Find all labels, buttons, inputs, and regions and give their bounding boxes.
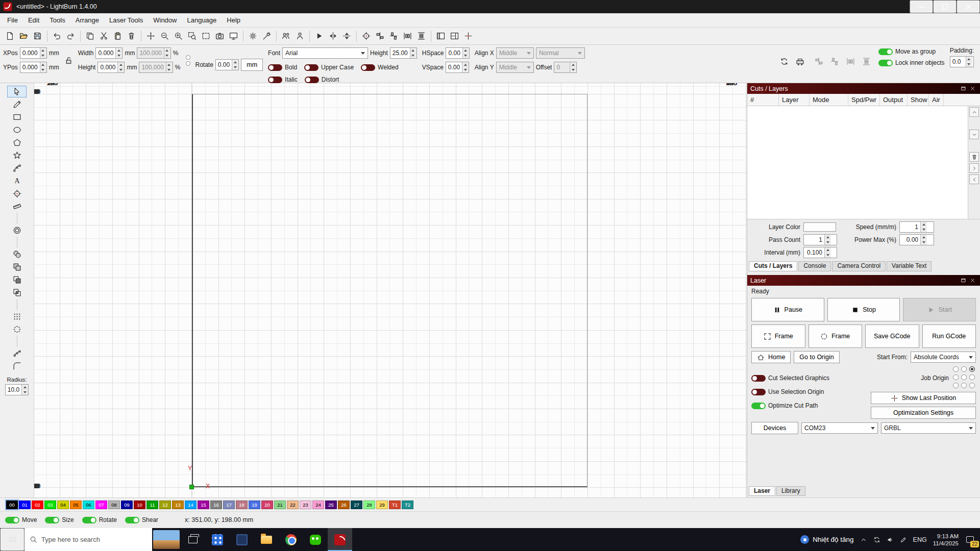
- multi-user-button[interactable]: [279, 29, 293, 43]
- palette-color-10[interactable]: 10: [134, 500, 145, 509]
- job-origin-radio-5[interactable]: [969, 374, 975, 380]
- firmware-combo[interactable]: GRBL: [881, 422, 976, 434]
- tab-library[interactable]: Library: [776, 486, 805, 496]
- copy-button[interactable]: [83, 29, 97, 43]
- job-origin-radio-0[interactable]: [953, 366, 959, 372]
- interval-input[interactable]: 0.100: [803, 247, 837, 258]
- offset-shapes-button[interactable]: [7, 224, 27, 236]
- status-toggle-move[interactable]: Move: [5, 515, 37, 524]
- job-origin-radio-3[interactable]: [953, 374, 959, 380]
- frame-circle-button[interactable]: Frame: [808, 324, 863, 348]
- home-button[interactable]: Home: [751, 351, 791, 363]
- xpos-spinner[interactable]: [40, 48, 46, 58]
- palette-color-01[interactable]: 01: [19, 500, 31, 509]
- pass-count-spinner[interactable]: [824, 235, 831, 245]
- tab-variable-text[interactable]: Variable Text: [887, 261, 932, 271]
- start-button-windows[interactable]: [0, 528, 24, 551]
- align-y-combo[interactable]: Middle: [496, 62, 534, 73]
- palette-color-02[interactable]: 02: [32, 500, 43, 509]
- palette-color-06[interactable]: 06: [83, 500, 94, 509]
- hspace-spinner[interactable]: [462, 48, 469, 58]
- stop-button[interactable]: Stop: [827, 298, 900, 321]
- boolean-union-button[interactable]: [7, 261, 27, 273]
- align-vertical-button[interactable]: [828, 55, 842, 68]
- news-widget[interactable]: Nhiệt độ tăng: [800, 535, 853, 544]
- run-gcode-button[interactable]: Run GCode: [922, 324, 976, 348]
- pass-count-input[interactable]: 1: [803, 234, 837, 245]
- boolean-subtract-button[interactable]: [7, 274, 27, 286]
- upper-case-toggle[interactable]: Upper Case: [304, 63, 354, 72]
- minimize-button[interactable]: [910, 0, 933, 13]
- palette-color-09[interactable]: 09: [121, 500, 133, 509]
- vspace-spinner[interactable]: [462, 62, 469, 72]
- move-as-group-toggle[interactable]: Move as group: [878, 47, 945, 56]
- align-horizontal-button[interactable]: [812, 55, 826, 68]
- power-max-input[interactable]: 0.00: [899, 234, 934, 245]
- taskbar-app-lightburn[interactable]: [328, 528, 352, 551]
- radius-spinner[interactable]: [21, 385, 28, 395]
- speed-spinner[interactable]: [920, 222, 927, 232]
- close-button[interactable]: [957, 0, 980, 13]
- palette-color-18[interactable]: 18: [236, 500, 248, 509]
- use-selection-origin-toggle[interactable]: Use Selection Origin: [751, 387, 867, 396]
- weld-button[interactable]: [7, 248, 27, 260]
- distribute-vertical-button[interactable]: [414, 29, 428, 43]
- menu-arrange[interactable]: Arrange: [70, 14, 104, 27]
- position-laser-button[interactable]: [359, 29, 373, 43]
- link-scale-indicator[interactable]: [186, 47, 190, 73]
- layer-column-header[interactable]: Air: [929, 94, 944, 106]
- palette-color-21[interactable]: 21: [274, 500, 286, 509]
- star-button[interactable]: [7, 149, 27, 161]
- circular-array-button[interactable]: [7, 323, 27, 335]
- height-percent-spinner[interactable]: [166, 62, 173, 72]
- width-spinner[interactable]: [115, 48, 122, 58]
- taskbar-app-file-explorer[interactable]: [254, 528, 279, 551]
- position-laser-button[interactable]: [7, 188, 27, 199]
- lock-inner-objects-toggle[interactable]: Lock inner objects: [878, 58, 945, 67]
- rectangle-button[interactable]: [7, 111, 27, 123]
- new-file-button[interactable]: [3, 29, 17, 43]
- speed-input[interactable]: 1: [899, 221, 934, 233]
- layer-column-header[interactable]: Mode: [810, 94, 848, 106]
- palette-color-04[interactable]: 04: [57, 500, 69, 509]
- offset-input[interactable]: 0: [554, 62, 577, 73]
- width-input[interactable]: 0.000: [95, 47, 122, 59]
- zoom-to-selection-button[interactable]: [185, 29, 199, 43]
- menu-language[interactable]: Language: [182, 14, 222, 27]
- machine-settings-button[interactable]: [260, 29, 274, 43]
- distribute-horizontal-button[interactable]: [844, 55, 857, 68]
- palette-color-25[interactable]: 25: [325, 500, 337, 509]
- pan-button[interactable]: [144, 29, 158, 43]
- menu-window[interactable]: Window: [148, 14, 182, 27]
- palette-color-28[interactable]: 28: [363, 500, 375, 509]
- cut-button[interactable]: [97, 29, 111, 43]
- sync-icon[interactable]: [873, 536, 880, 543]
- ypos-input[interactable]: 0.000: [20, 62, 47, 73]
- polygon-button[interactable]: [7, 137, 27, 148]
- device-settings-button[interactable]: [246, 29, 260, 43]
- palette-color-12[interactable]: 12: [159, 500, 171, 509]
- chevron-right-button[interactable]: [969, 163, 979, 173]
- palette-color-27[interactable]: 27: [351, 500, 362, 509]
- palette-color-05[interactable]: 05: [70, 500, 82, 509]
- font-combo[interactable]: Arial: [282, 47, 368, 59]
- tab-camera-control[interactable]: Camera Control: [832, 261, 886, 271]
- show-last-position-button[interactable]: [461, 29, 475, 43]
- vspace-input[interactable]: 0.00: [446, 62, 469, 73]
- cuts-layers-header[interactable]: Cuts / Layers: [747, 83, 980, 94]
- height-spinner[interactable]: [117, 62, 124, 72]
- job-origin-radio-6[interactable]: [953, 383, 959, 388]
- align-vertical-button[interactable]: [387, 29, 401, 43]
- layer-column-header[interactable]: Layer: [779, 94, 810, 106]
- xpos-input[interactable]: 0.000: [20, 47, 47, 59]
- palette-color-08[interactable]: 08: [108, 500, 120, 509]
- height-percent-input[interactable]: 100.000: [139, 62, 173, 73]
- edit-nodes-button[interactable]: [7, 162, 27, 174]
- optimization-settings-button[interactable]: Optimization Settings: [871, 407, 976, 419]
- chevron-up-button[interactable]: [969, 107, 979, 117]
- undo-button[interactable]: [50, 29, 64, 43]
- machine-button[interactable]: [793, 55, 807, 68]
- chevron-up-icon[interactable]: [860, 536, 867, 543]
- cut-selected-graphics-toggle[interactable]: Cut Selected Graphics: [751, 373, 867, 383]
- palette-color-07[interactable]: 07: [95, 500, 107, 509]
